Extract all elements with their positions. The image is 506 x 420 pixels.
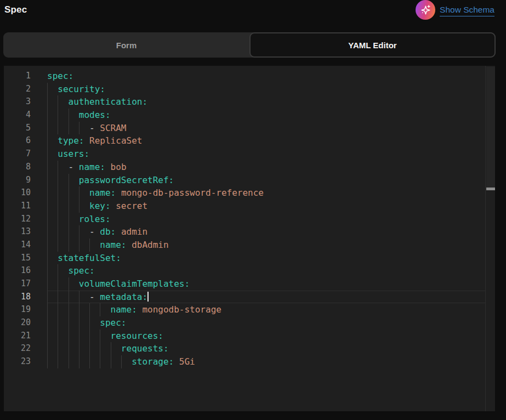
indent-guide [47, 134, 48, 147]
yaml-key: resources: [111, 331, 163, 341]
indent-guide [47, 277, 48, 291]
code-line[interactable]: name: mongo-db-password-reference [47, 186, 485, 200]
editor-mode-tabs: Form YAML Editor [3, 32, 496, 58]
code-line[interactable]: users: [47, 147, 485, 161]
indent-guide [47, 122, 48, 135]
code-line[interactable]: - SCRAM [47, 122, 485, 135]
indent-guide [47, 200, 48, 213]
indent-guide [69, 355, 69, 368]
yaml-text [105, 162, 111, 172]
indent-guide [79, 291, 79, 304]
code-line[interactable]: storage: 5Gi [47, 355, 485, 368]
indent-guide [47, 213, 48, 226]
indent-guide [58, 161, 58, 174]
overview-ruler-marker [486, 188, 495, 190]
code-area[interactable]: spec: security: authentication: modes: -… [4, 70, 485, 368]
yaml-text [47, 240, 100, 250]
code-line[interactable]: name: dbAdmin [47, 239, 485, 252]
yaml-text [47, 317, 100, 328]
indent-guide [100, 355, 100, 368]
yaml-editor[interactable]: 1234567891011121314151617181920212223 sp… [4, 66, 495, 411]
indent-guide [47, 355, 48, 368]
code-line[interactable]: authentication: [47, 95, 485, 109]
indent-guide [69, 316, 69, 330]
yaml-key: security: [58, 84, 105, 94]
yaml-key: spec: [100, 317, 126, 328]
indent-guide [47, 316, 48, 330]
yaml-key: roles: [79, 214, 111, 224]
indent-guide [69, 122, 69, 135]
yaml-key: name: [100, 240, 126, 250]
indent-guide [100, 342, 100, 355]
yaml-text [47, 279, 79, 289]
code-line[interactable]: roles: [47, 213, 485, 226]
yaml-text [116, 188, 121, 198]
yaml-value: ReplicaSet [89, 135, 142, 146]
code-line[interactable]: requests: [47, 342, 485, 355]
indent-guide [79, 200, 79, 213]
show-schema-link[interactable]: Show Schema [440, 5, 494, 16]
yaml-text: - [69, 162, 79, 172]
yaml-key: users: [58, 149, 89, 159]
yaml-key: spec: [47, 71, 73, 81]
yaml-text [47, 175, 79, 185]
yaml-text [116, 226, 121, 237]
indent-guide [58, 303, 58, 316]
yaml-text [47, 110, 79, 120]
indent-guide [121, 355, 122, 368]
indent-guide [89, 316, 90, 330]
code-line[interactable]: statefulSet: [47, 252, 485, 265]
code-line[interactable]: spec: [47, 70, 485, 83]
yaml-key: authentication: [69, 97, 148, 107]
indent-guide [58, 316, 58, 330]
code-line[interactable]: - db: admin [47, 225, 485, 239]
indent-guide [79, 330, 79, 343]
indent-guide [47, 83, 48, 96]
tab-yaml-editor[interactable]: YAML Editor [249, 32, 496, 58]
code-line[interactable]: type: ReplicaSet [47, 134, 485, 147]
code-line[interactable]: security: [47, 83, 485, 96]
code-line[interactable]: spec: [47, 264, 485, 277]
indent-guide [47, 342, 48, 355]
code-line[interactable]: spec: [47, 316, 485, 330]
code-line[interactable]: modes: [47, 109, 485, 122]
code-line[interactable]: volumeClaimTemplates: [47, 277, 485, 291]
code-line[interactable]: key: secret [47, 200, 485, 213]
code-line[interactable]: passwordSecretRef: [47, 174, 485, 187]
yaml-key: passwordSecretRef: [79, 175, 174, 185]
indent-guide [79, 303, 79, 316]
yaml-text [47, 135, 58, 146]
tab-form[interactable]: Form [3, 32, 249, 58]
indent-guide [47, 147, 48, 161]
code-line[interactable]: - metadata: [47, 291, 485, 304]
indent-guide [58, 277, 58, 291]
editor-scrollbar[interactable] [485, 66, 495, 411]
indent-guide [58, 109, 58, 122]
yaml-value: bob [111, 162, 127, 172]
indent-guide [69, 186, 69, 200]
yaml-text [127, 240, 132, 250]
indent-guide [79, 342, 79, 355]
code-line[interactable]: resources: [47, 330, 485, 343]
indent-guide [89, 239, 90, 252]
yaml-text [47, 149, 58, 159]
indent-guide [89, 342, 90, 355]
indent-guide [79, 122, 79, 135]
indent-guide [100, 303, 100, 316]
yaml-text [137, 304, 143, 315]
code-line[interactable]: - name: bob [47, 161, 485, 174]
ai-sparkle-badge[interactable] [416, 0, 435, 20]
indent-guide [58, 186, 58, 200]
indent-guide [79, 186, 79, 200]
indent-guide [111, 355, 111, 368]
yaml-text [111, 201, 116, 211]
scrollbar-slider[interactable] [486, 67, 495, 188]
yaml-key: name: [111, 304, 137, 315]
indent-guide [79, 355, 79, 368]
indent-guide [47, 291, 48, 304]
indent-guide [69, 277, 69, 291]
code-line[interactable]: name: mongodb-storage [47, 303, 485, 316]
indent-guide [47, 252, 48, 265]
yaml-text: - [89, 123, 100, 133]
page-title: Spec [4, 4, 27, 15]
